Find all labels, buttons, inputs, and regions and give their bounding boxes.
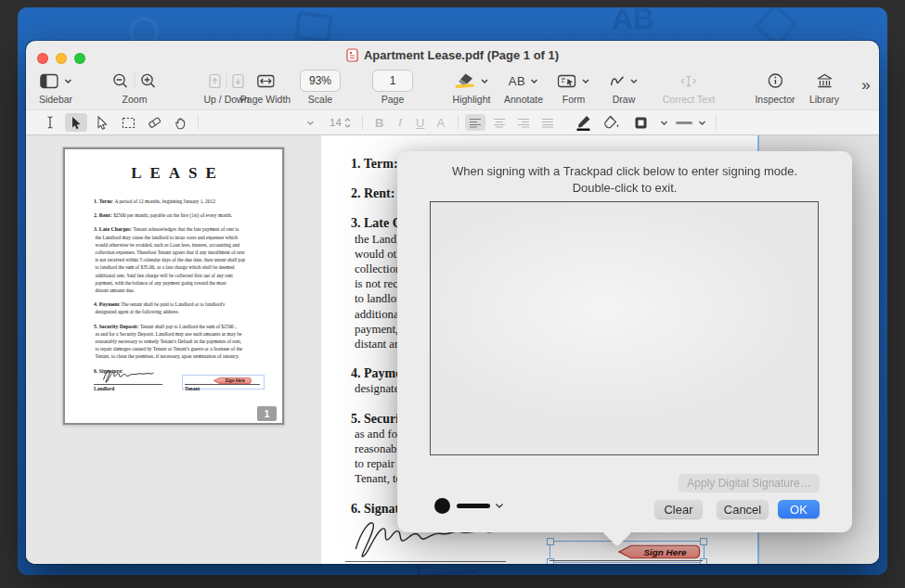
minimize-button[interactable]	[56, 53, 67, 64]
cursor-arrow-icon	[71, 116, 82, 130]
toolbar-label: Draw	[613, 94, 636, 105]
toolbar-label: Zoom	[123, 94, 148, 105]
toolbar-item-inspector[interactable]: Inspector	[755, 70, 795, 105]
inspector-info-icon	[767, 72, 783, 89]
italic-button[interactable]: I	[390, 115, 410, 130]
chevron-down-icon[interactable]	[481, 78, 489, 84]
text-color-button[interactable]: A	[431, 116, 451, 130]
align-center-button[interactable]	[489, 114, 510, 131]
chevron-down-icon[interactable]	[495, 502, 504, 509]
chevron-down-icon	[306, 120, 315, 126]
lease-text-line: collection expenses. Therefore Tenant ag…	[94, 249, 259, 256]
lease-text-line: as and for a Security Deposit. Landlord …	[94, 330, 259, 338]
chevron-down-icon[interactable]	[698, 120, 706, 126]
signature-canvas[interactable]	[430, 201, 819, 455]
zoom-out-icon[interactable]	[112, 72, 130, 90]
align-left-button[interactable]	[465, 114, 485, 131]
fill-color-tool[interactable]	[601, 113, 623, 132]
font-size-value: 14	[330, 117, 342, 128]
selection-handle[interactable]	[547, 538, 554, 545]
wallpaper-ab-glyph: AB	[612, 7, 654, 36]
toolbar-label: Correct Text	[663, 94, 715, 105]
marquee-select-tool[interactable]	[117, 113, 139, 132]
outline-arrow-tool[interactable]	[91, 113, 113, 132]
content-area: LEASE 1. Term:A period of 12 months, beg…	[26, 135, 879, 564]
toolbar-label: Highlight	[453, 94, 491, 105]
clear-button[interactable]: Clear	[654, 500, 703, 518]
line-width-swatch[interactable]	[676, 121, 692, 124]
selection-handle[interactable]	[700, 538, 707, 545]
lease-text-line: to repair damages caused by Tenant or Te…	[94, 345, 259, 352]
svg-text:Sign Here: Sign Here	[643, 547, 687, 557]
chevron-down-icon[interactable]	[660, 120, 668, 126]
close-button[interactable]	[37, 53, 48, 64]
toolbar-item-page[interactable]: 1 Page	[372, 70, 413, 105]
lease-text-line: is not received within 5 calendar days o…	[94, 256, 259, 263]
align-right-button[interactable]	[513, 114, 534, 131]
toolbar-label: Form	[562, 94, 586, 105]
landlord-label-thumb: Landlord	[94, 386, 114, 391]
page-width-icon	[257, 74, 275, 88]
tenant-label-thumb: Tenant	[185, 386, 200, 391]
opacity-tool[interactable]	[630, 113, 653, 132]
stepper-arrows-icon[interactable]	[344, 118, 351, 128]
bold-button[interactable]: B	[369, 116, 390, 130]
lease-text-line: reasonably necessary to remedy Tenant's …	[94, 338, 259, 345]
ok-button[interactable]: OK	[778, 500, 820, 518]
lease-text-line: 4. PaymentThe tenant shall be paid to La…	[94, 300, 259, 308]
zoom-in-icon[interactable]	[140, 72, 158, 90]
toolbar-item-annotate[interactable]: AB Annotate	[504, 70, 543, 105]
cancel-button[interactable]: Cancel	[717, 500, 769, 518]
toolbar-item-highlight[interactable]: Highlight	[453, 70, 491, 105]
underline-button[interactable]: U	[410, 116, 431, 130]
selection-handle[interactable]	[700, 558, 707, 564]
divider	[362, 115, 363, 130]
toolbar-item-zoom: Zoom	[112, 70, 158, 105]
toolbar-item-draw[interactable]: Draw	[610, 70, 639, 105]
scale-value-box[interactable]: 93%	[300, 70, 341, 92]
select-arrow-tool[interactable]	[65, 113, 87, 132]
apply-digital-signature-button[interactable]: Apply Digital Signature…	[679, 474, 820, 492]
stroke-color-tool[interactable]	[573, 113, 595, 132]
lease-text-line: distant amount due.	[94, 287, 259, 294]
ink-color-swatch[interactable]	[434, 498, 450, 514]
lease-text-line: 1. Term:A period of 12 months, beginning…	[94, 198, 259, 205]
highlighter-icon	[454, 73, 476, 89]
chevron-down-icon[interactable]	[530, 78, 538, 84]
sign-here-tag-thumb: Sign Here	[213, 377, 252, 385]
eraser-tool[interactable]	[143, 113, 165, 132]
toolbar-item-scale[interactable]: 93% Scale	[300, 70, 341, 105]
toolbar-item-form[interactable]: Form	[558, 70, 590, 105]
toolbar-item-pagewidth[interactable]: Page Width	[240, 70, 291, 105]
cursor-outline-icon	[97, 116, 108, 130]
font-size-stepper[interactable]: 14	[330, 117, 351, 128]
thumbnail-page-badge: 1	[257, 406, 277, 421]
page-up-icon[interactable]	[209, 73, 222, 89]
tenant-signature-line	[549, 560, 703, 561]
sidebar-icon	[39, 73, 58, 89]
page-number-box[interactable]: 1	[372, 70, 413, 92]
instruction-line-2: Double-click to exit.	[397, 180, 852, 197]
landlord-signature-thumb	[96, 368, 161, 384]
toolbar-item-sidebar[interactable]: Sidebar	[39, 70, 72, 105]
toolbar-overflow-button[interactable]: »	[861, 76, 870, 95]
toolbar-label: Sidebar	[39, 94, 72, 105]
toolbar-item-library[interactable]: Library	[809, 70, 839, 105]
chevron-down-icon[interactable]	[582, 78, 590, 84]
hand-icon	[175, 116, 187, 130]
hand-tool[interactable]	[169, 113, 191, 132]
chevron-down-icon[interactable]	[630, 78, 639, 84]
text-tool[interactable]	[39, 113, 61, 132]
toolbar-label: Inspector	[755, 94, 795, 105]
font-family-dropdown[interactable]	[205, 120, 315, 126]
align-justify-button[interactable]	[537, 114, 558, 131]
page-thumbnail[interactable]: LEASE 1. Term:A period of 12 months, beg…	[63, 147, 284, 425]
toolbar-item-correct-text[interactable]: Correct Text	[663, 70, 715, 105]
window-controls	[37, 53, 85, 64]
lease-text-thumb: 1. Term:A period of 12 months, beginning…	[94, 198, 259, 375]
landlord-line-thumb	[94, 384, 162, 385]
lease-title-thumb: LEASE	[65, 164, 282, 183]
zoom-button[interactable]	[74, 53, 85, 64]
sign-here-tag[interactable]: Sign Here	[618, 544, 701, 559]
chevron-down-icon	[63, 78, 71, 84]
